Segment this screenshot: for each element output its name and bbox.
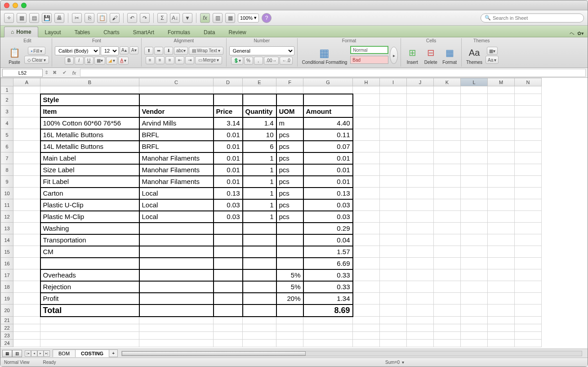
col-header-J[interactable]: J xyxy=(407,78,434,86)
cell-M9[interactable] xyxy=(488,176,515,188)
align-bottom-icon[interactable]: ⬇ xyxy=(164,47,173,55)
cell-N1[interactable] xyxy=(515,86,542,94)
cell-E5[interactable]: 10 xyxy=(243,129,276,141)
cell-I23[interactable] xyxy=(380,332,407,340)
filter-icon[interactable]: ▼ xyxy=(183,13,192,23)
cell-B17[interactable]: Overheads xyxy=(40,269,139,281)
sort-icon[interactable]: A↓ xyxy=(170,13,180,23)
cell-C15[interactable] xyxy=(139,246,214,258)
cell-I14[interactable] xyxy=(380,234,407,246)
cell-G9[interactable]: 0.01 xyxy=(303,176,353,188)
cell-L21[interactable] xyxy=(461,317,488,324)
page-layout-view-icon[interactable]: ▥ xyxy=(12,350,22,357)
cell-G20[interactable]: 8.69 xyxy=(303,304,353,317)
cell-M20[interactable] xyxy=(488,304,515,317)
col-header-E[interactable]: E xyxy=(243,78,276,86)
cell-F18[interactable]: 5% xyxy=(276,281,303,293)
cell-M17[interactable] xyxy=(488,269,515,281)
cell-L2[interactable] xyxy=(461,94,488,106)
tab-layout[interactable]: Layout xyxy=(38,27,68,37)
col-header-G[interactable]: G xyxy=(303,78,353,86)
col-header-L[interactable]: L xyxy=(461,78,488,86)
cell-J17[interactable] xyxy=(407,269,434,281)
cell-I5[interactable] xyxy=(380,129,407,141)
cell-K14[interactable] xyxy=(434,234,461,246)
cell-C10[interactable]: Local xyxy=(139,188,214,199)
cell-K18[interactable] xyxy=(434,281,461,293)
tab-charts[interactable]: Charts xyxy=(97,27,126,37)
row-header-10[interactable]: 10 xyxy=(1,188,13,199)
cell-C1[interactable] xyxy=(139,86,214,94)
cell-M2[interactable] xyxy=(488,94,515,106)
name-box[interactable]: L52 xyxy=(2,69,43,77)
cell-D23[interactable] xyxy=(214,332,243,340)
cell-B20[interactable]: Total xyxy=(40,304,139,317)
row-header-19[interactable]: 19 xyxy=(1,293,13,304)
cell-E20[interactable] xyxy=(243,304,276,317)
cell-D4[interactable]: 3.14 xyxy=(214,117,243,129)
cell-I15[interactable] xyxy=(380,246,407,258)
cell-C17[interactable] xyxy=(139,269,214,281)
cell-E24[interactable] xyxy=(243,340,276,347)
cell-H18[interactable] xyxy=(353,281,380,293)
align-top-icon[interactable]: ⬆ xyxy=(144,47,153,55)
cell-I9[interactable] xyxy=(380,176,407,188)
cell-M19[interactable] xyxy=(488,293,515,304)
zoom-selector[interactable]: 100%▾ xyxy=(238,13,259,22)
cell-N3[interactable] xyxy=(515,106,542,117)
cell-B9[interactable]: Fit Label xyxy=(40,176,139,188)
cell-H8[interactable] xyxy=(353,164,380,176)
next-sheet-icon[interactable]: ▸ xyxy=(37,350,44,357)
row-header-8[interactable]: 8 xyxy=(1,164,13,176)
clear-button[interactable]: ◇Clear▾ xyxy=(24,56,49,64)
cell-J10[interactable] xyxy=(407,188,434,199)
col-header-I[interactable]: I xyxy=(380,78,407,86)
cell-N13[interactable] xyxy=(515,223,542,234)
insert-button[interactable]: ⊞Insert xyxy=(404,45,421,66)
border-button[interactable]: ▦▾ xyxy=(94,57,105,65)
cell-E3[interactable]: Quantity xyxy=(243,106,276,117)
indent-right-icon[interactable]: ⇥ xyxy=(185,56,194,64)
cut-icon[interactable]: ✂ xyxy=(72,13,82,23)
tab-home[interactable]: ⌂ Home xyxy=(4,27,38,37)
row-header-18[interactable]: 18 xyxy=(1,281,13,293)
row-header-17[interactable]: 17 xyxy=(1,269,13,281)
cell-D6[interactable]: 0.01 xyxy=(214,141,243,152)
cell-E14[interactable] xyxy=(243,234,276,246)
cell-H4[interactable] xyxy=(353,117,380,129)
cell-A4[interactable] xyxy=(13,117,40,129)
cell-J23[interactable] xyxy=(407,332,434,340)
sheet-tab-costing[interactable]: COSTING xyxy=(75,349,109,357)
cell-M11[interactable] xyxy=(488,199,515,211)
cancel-formula-icon[interactable]: ✖ xyxy=(50,69,58,77)
paste-button[interactable]: 📋Paste xyxy=(6,45,23,66)
cell-E13[interactable] xyxy=(243,223,276,234)
cell-A21[interactable] xyxy=(13,317,40,324)
minimize-icon[interactable] xyxy=(13,3,18,8)
delete-button[interactable]: ⊟Delete xyxy=(422,45,439,66)
cell-L20[interactable] xyxy=(461,304,488,317)
horizontal-scrollbar[interactable] xyxy=(121,351,582,356)
format-button[interactable]: ▦Format xyxy=(441,45,459,66)
align-left-icon[interactable]: ≡ xyxy=(146,56,155,64)
cell-A24[interactable] xyxy=(13,340,40,347)
sheet-tab-bom[interactable]: BOM xyxy=(53,349,76,357)
fx-icon[interactable]: fx xyxy=(200,13,210,23)
cell-L11[interactable] xyxy=(461,199,488,211)
cell-A23[interactable] xyxy=(13,332,40,340)
cell-L13[interactable] xyxy=(461,223,488,234)
tab-formulas[interactable]: Formulas xyxy=(161,27,197,37)
cell-F8[interactable]: pcs xyxy=(276,164,303,176)
cell-C19[interactable] xyxy=(139,293,214,304)
cell-K19[interactable] xyxy=(434,293,461,304)
cell-F22[interactable] xyxy=(276,324,303,332)
cell-N20[interactable] xyxy=(515,304,542,317)
cell-A20[interactable] xyxy=(13,304,40,317)
cell-A6[interactable] xyxy=(13,141,40,152)
cell-A3[interactable] xyxy=(13,106,40,117)
comma-icon[interactable]: , xyxy=(254,57,263,65)
cell-L1[interactable] xyxy=(461,86,488,94)
row-header-12[interactable]: 12 xyxy=(1,211,13,223)
row-header-13[interactable]: 13 xyxy=(1,223,13,234)
tab-data[interactable]: Data xyxy=(197,27,222,37)
